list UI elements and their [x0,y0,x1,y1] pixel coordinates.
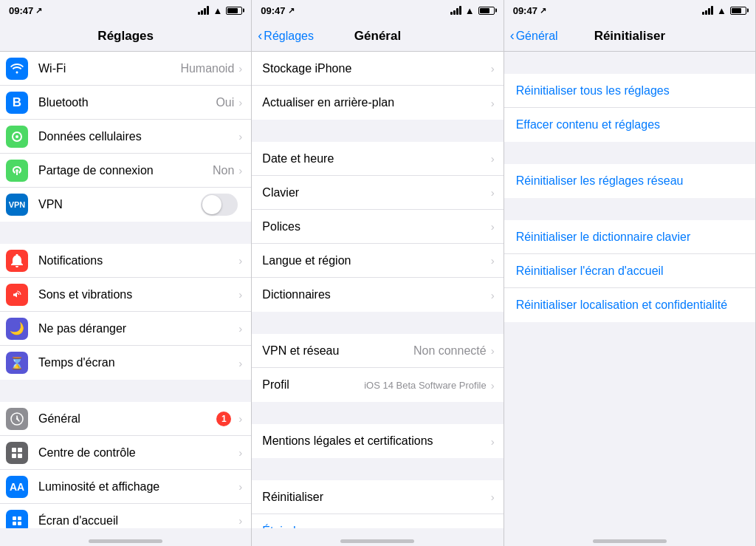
p2-profil[interactable]: Profil iOS 14 Beta Software Profile › [252,368,503,402]
p2-stockage-label: Stockage iPhone [262,62,489,75]
battery-icon-2 [478,7,495,15]
item-sounds[interactable]: Sons et vibrations › [0,278,251,312]
p2-vpn-reseau-label: VPN et réseau [262,344,413,358]
p3-reinit-ecran[interactable]: Réinitialiser l'écran d'accueil [504,254,755,288]
p3-reinit-dico[interactable]: Réinitialiser le dictionnaire clavier [504,220,755,254]
item-homescreen[interactable]: Écran d'accueil › [0,504,251,528]
item-screen-time[interactable]: ⌛ Temps d'écran › [0,346,251,380]
gap-1 [0,222,251,244]
item-general[interactable]: Général 1 › [0,402,251,436]
svg-rect-6 [12,454,16,458]
notif-label: Notifications [38,254,237,267]
p2-reinit[interactable]: Réinitialiser › [252,480,503,514]
signal-icon-1 [198,6,209,15]
display-item-icon: AA [6,476,28,498]
item-display[interactable]: AA Luminosité et affichage › [0,470,251,504]
screen-time-label: Temps d'écran [38,356,237,369]
vpn-toggle[interactable] [201,194,238,216]
back-label-3: Général [516,30,558,43]
p2-langue[interactable]: Langue et région › [252,244,503,278]
item-hotspot[interactable]: Partage de connexion Non › [0,154,251,188]
p2-polices[interactable]: Polices › [252,210,503,244]
p3-reinit-reseau[interactable]: Réinitialiser les réglages réseau [504,164,755,198]
cellular-item-icon [6,126,28,148]
notif-item-icon [6,250,28,272]
p2-stockage[interactable]: Stockage iPhone › [252,52,503,86]
item-bluetooth[interactable]: B Bluetooth Oui › [0,86,251,120]
p2-clavier-label: Clavier [262,186,489,199]
item-dnd[interactable]: 🌙 Ne pas déranger › [0,312,251,346]
svg-rect-7 [18,454,22,458]
battery-icon-1 [226,7,242,15]
control-item-icon [6,442,28,464]
p2-mentions-label: Mentions légales et certifications [262,434,489,448]
nav-bar-2: ‹ Réglages Général [252,21,503,52]
svg-point-1 [16,135,18,138]
dnd-chevron: › [238,322,242,335]
status-bar-1: 09:47 ↗ ▲ [0,0,251,21]
item-control[interactable]: Centre de contrôle › [0,436,251,470]
panel3-scroll[interactable]: Réinitialiser tous les réglages Effacer … [504,52,755,528]
cellular-label: Données cellulaires [38,130,237,143]
item-cellular[interactable]: Données cellulaires › [0,120,251,154]
bluetooth-item-icon: B [6,92,28,114]
p2-dico-chevron: › [491,289,495,301]
p3-gap-2 [504,198,755,220]
p2-profil-chevron: › [491,379,495,392]
gap-2 [0,380,251,402]
vpn-label: VPN [38,198,201,211]
p2-dico[interactable]: Dictionnaires › [252,278,503,312]
signal-icon-3 [702,6,713,15]
p3-reinit-local[interactable]: Réinitialiser localisation et confidenti… [504,288,755,322]
homescreen-label: Écran d'accueil [38,514,237,528]
back-button-2[interactable]: ‹ Réglages [258,28,314,44]
p2-mentions-chevron: › [491,435,495,448]
wifi-icon-3: ▲ [717,5,726,16]
item-notifications[interactable]: Notifications › [0,244,251,278]
display-label: Luminosité et affichage [38,480,237,494]
p3-effacer[interactable]: Effacer contenu et réglages [504,108,755,142]
p2-eteindre[interactable]: Éteindre [252,514,503,528]
item-vpn[interactable]: VPN VPN [0,188,251,222]
panel2-scroll[interactable]: Stockage iPhone › Actualiser en arrière-… [252,52,503,528]
general-chevron: › [238,412,242,425]
p3-reinit-all[interactable]: Réinitialiser tous les réglages [504,74,755,108]
p2-polices-chevron: › [491,220,495,233]
status-icons-2: ▲ [450,5,495,16]
p3-gap-1 [504,142,755,164]
svg-point-3 [16,418,18,420]
panel1-title: Réglages [97,29,154,44]
p2-reinit-label: Réinitialiser [262,491,489,504]
status-icons-1: ▲ [198,5,242,16]
svg-rect-11 [18,522,21,525]
p3-reinit-local-label: Réinitialiser localisation et confidenti… [516,298,727,312]
general-label: Général [38,412,216,426]
wifi-icon-1: ▲ [213,5,222,16]
panel1-scroll[interactable]: Wi-Fi Humanoid › B Bluetooth Oui › Donné… [0,52,251,528]
status-time-2: 09:47 ↗ [261,5,294,16]
p2-vpn-reseau[interactable]: VPN et réseau Non connecté › [252,334,503,368]
p2-date-chevron: › [491,152,495,165]
p2-clavier-chevron: › [491,186,495,199]
svg-rect-8 [13,516,16,520]
p2-date[interactable]: Date et heure › [252,142,503,176]
p2-arriere[interactable]: Actualiser en arrière-plan › [252,86,503,120]
p2-section-1: Stockage iPhone › Actualiser en arrière-… [252,52,503,120]
p2-gap-4 [252,458,503,480]
general-item-icon [6,408,28,430]
p2-mentions[interactable]: Mentions légales et certifications › [252,424,503,458]
home-indicator-1 [0,528,251,546]
p2-gap-1 [252,120,503,142]
panel-reglages: 09:47 ↗ ▲ Réglages Wi-Fi Humanoid › [0,0,252,546]
status-bar-3: 09:47 ↗ ▲ [504,0,755,21]
hotspot-chevron: › [238,164,242,177]
item-wifi[interactable]: Wi-Fi Humanoid › [0,52,251,86]
p3-reinit-all-label: Réinitialiser tous les réglages [516,84,670,98]
bluetooth-value: Oui [216,96,234,109]
sounds-chevron: › [238,288,242,301]
status-time-1: 09:47 ↗ [9,5,42,16]
p2-dico-label: Dictionnaires [262,288,489,301]
back-button-3[interactable]: ‹ Général [510,28,558,44]
p2-clavier[interactable]: Clavier › [252,176,503,210]
back-label-2: Réglages [264,30,314,43]
